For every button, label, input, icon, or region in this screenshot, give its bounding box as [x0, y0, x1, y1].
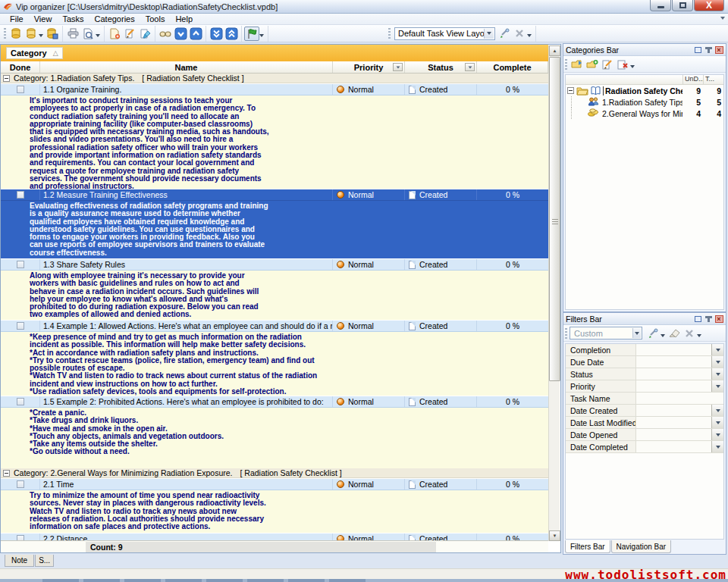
column-header-done[interactable]: Done: [1, 61, 40, 73]
complete-cell[interactable]: 0 %: [477, 189, 548, 200]
filters-toolbar-overflow-icon[interactable]: [697, 334, 701, 337]
task-view-layout-combo[interactable]: Default Task View Layout: [394, 27, 495, 40]
tree-label-category-2[interactable]: 2.General Ways for Minimizir: [602, 109, 682, 118]
layout-overflow-icon[interactable]: [527, 34, 532, 37]
complete-cell[interactable]: 0 %: [477, 259, 548, 270]
tree-row-checklist[interactable]: Radiation Safety Checklist 9 9: [566, 85, 723, 96]
filter-combo-arrow[interactable]: [632, 328, 641, 338]
task-name[interactable]: 1.4 Example 1: Allowed Actions. Here's w…: [40, 321, 333, 331]
column-undone[interactable]: UnD...: [682, 75, 703, 84]
delete-filter-button[interactable]: [682, 326, 697, 340]
done-cell[interactable]: [1, 84, 40, 95]
grid-vertical-scrollbar[interactable]: ▲ ▼: [548, 45, 560, 541]
close-button[interactable]: X: [694, 0, 724, 11]
complete-cell[interactable]: 0 %: [477, 84, 548, 95]
collapse-tree-icon[interactable]: [567, 87, 574, 94]
filter-value-input[interactable]: [636, 368, 711, 380]
group-row-1[interactable]: Category: 1.Radiation Safety Tips. [ Rad…: [1, 74, 548, 83]
open-database-dropdown-icon[interactable]: [39, 34, 43, 37]
open-database-button[interactable]: [24, 27, 39, 41]
menu-file[interactable]: File: [5, 14, 29, 23]
delete-layout-button[interactable]: [512, 27, 527, 41]
column-header-complete[interactable]: Complete: [477, 61, 548, 73]
move-down-button[interactable]: [173, 27, 188, 41]
priority-cell[interactable]: Normal: [333, 396, 405, 407]
task-description-1-4[interactable]: *Keep presence of mind and try to get as…: [1, 332, 548, 396]
menu-view[interactable]: View: [29, 14, 58, 23]
task-row-1-1[interactable]: 1.1 Organize Training. Normal Created 0 …: [1, 83, 548, 95]
column-header-name[interactable]: Name: [40, 61, 333, 73]
done-cell[interactable]: [1, 189, 40, 200]
priority-cell[interactable]: Normal: [333, 84, 405, 95]
task-description-1-1[interactable]: It's important to conduct training sessi…: [1, 95, 548, 189]
move-to-bottom-button[interactable]: [209, 27, 224, 41]
new-task-button[interactable]: [107, 27, 122, 41]
menu-categories[interactable]: Categories: [89, 14, 140, 23]
layout-drag-handle[interactable]: [388, 28, 391, 39]
menu-tools[interactable]: Tools: [140, 14, 171, 23]
filter-dropdown-button[interactable]: [711, 417, 723, 428]
categories-toolbar-overflow-icon[interactable]: [630, 65, 635, 68]
done-checkbox[interactable]: [17, 86, 24, 93]
done-cell[interactable]: [1, 479, 40, 490]
task-row-1-4[interactable]: 1.4 Example 1: Allowed Actions. Here's w…: [1, 320, 548, 332]
task-description-1-2[interactable]: Evaluating effectiveness of radiation sa…: [1, 201, 548, 258]
panel-restore-button[interactable]: [693, 45, 702, 54]
delete-category-button[interactable]: [615, 57, 630, 71]
clear-filter-button[interactable]: [667, 326, 682, 340]
task-name[interactable]: 1.5 Example 2: Prohibited Actions. Here'…: [40, 396, 333, 407]
maximize-button[interactable]: [672, 0, 693, 11]
task-name[interactable]: 2.1 Time: [40, 479, 333, 490]
done-checkbox[interactable]: [17, 398, 24, 405]
print-preview-button[interactable]: [80, 27, 96, 41]
tree-label-category-1[interactable]: 1.Radiation Safety Tips.: [602, 98, 682, 107]
filter-value-input[interactable]: [636, 441, 711, 452]
task-description-2-1[interactable]: Try to minimize the amount of time you s…: [1, 490, 548, 533]
panel-pin-button[interactable]: [704, 45, 713, 54]
tab-note[interactable]: Note: [5, 555, 34, 567]
priority-filter-button[interactable]: [393, 63, 403, 71]
print-dropdown-icon[interactable]: [96, 34, 100, 37]
save-database-button[interactable]: [45, 27, 60, 41]
tree-row-category-2[interactable]: 2.General Ways for Minimizir 4 4: [566, 108, 723, 119]
filter-value-input[interactable]: [636, 429, 711, 440]
done-checkbox[interactable]: [17, 191, 24, 199]
filter-value-input[interactable]: [636, 356, 711, 368]
flag-dropdown-icon[interactable]: [259, 34, 264, 37]
complete-cell[interactable]: 0 %: [477, 321, 548, 331]
panel-restore-button[interactable]: [693, 314, 702, 323]
filter-dropdown-button[interactable]: [711, 368, 723, 380]
collapse-group-icon[interactable]: [3, 470, 10, 477]
filter-value-input[interactable]: [636, 380, 711, 392]
filter-dropdown-button[interactable]: [711, 380, 723, 392]
done-checkbox[interactable]: [17, 322, 24, 330]
column-header-priority[interactable]: Priority: [333, 61, 405, 73]
filter-value-input[interactable]: [636, 417, 711, 428]
layout-combo-arrow[interactable]: [484, 29, 494, 39]
new-category-button[interactable]: [570, 57, 585, 71]
filter-dropdown-button[interactable]: [711, 344, 723, 355]
filter-value-input[interactable]: [636, 344, 711, 355]
panel-pin-button[interactable]: [704, 314, 713, 323]
status-cell[interactable]: Created: [405, 321, 477, 331]
new-subcategory-button[interactable]: [585, 57, 600, 71]
task-row-1-2-selected[interactable]: 1.2 Measure Training Effectiveness Norma…: [1, 189, 548, 201]
task-description-1-3[interactable]: Along with employee training it's necess…: [1, 271, 548, 320]
column-total[interactable]: T...: [703, 75, 723, 84]
toolbar-drag-handle[interactable]: [565, 328, 567, 339]
task-description-1-5[interactable]: *Create a panic. *Take drugs and drink l…: [1, 408, 548, 458]
done-cell[interactable]: [1, 259, 40, 270]
column-header-status[interactable]: Status: [405, 61, 477, 73]
tree-label-checklist[interactable]: Radiation Safety Checklist: [603, 86, 682, 95]
apply-layout-button[interactable]: [497, 27, 512, 41]
group-row-2[interactable]: Category: 2.General Ways for Minimizing …: [1, 468, 548, 478]
task-name[interactable]: 1.2 Measure Training Effectiveness: [40, 189, 333, 200]
tree-row-category-1[interactable]: 1.Radiation Safety Tips. 5 5: [566, 96, 723, 108]
new-database-button[interactable]: [8, 27, 24, 41]
print-button[interactable]: [65, 27, 80, 41]
status-cell[interactable]: Created: [405, 189, 477, 200]
apply-filter-button[interactable]: [645, 326, 661, 340]
edit-task-button[interactable]: [122, 27, 137, 41]
task-row-1-3[interactable]: 1.3 Share Safety Rules Normal Created 0 …: [1, 258, 548, 271]
move-up-button[interactable]: [188, 27, 203, 41]
